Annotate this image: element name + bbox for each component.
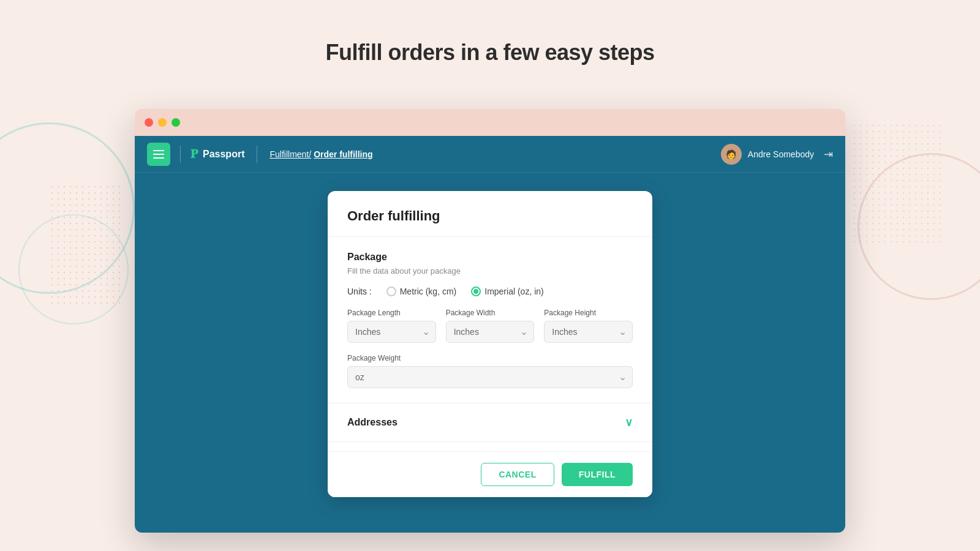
modal-title: Order fulfilling xyxy=(347,208,633,224)
modal-body[interactable]: Package Fill the data about your package… xyxy=(328,237,652,451)
package-height-group: Package Height Inches Centimeters Feet xyxy=(544,309,633,343)
package-section-title: Package xyxy=(347,252,633,263)
units-row: Units : Metric (kg, cm) Imperial (oz, in… xyxy=(347,287,633,296)
browser-window: 𝐏 Passport Fulfillment/ Order fulfilling… xyxy=(135,109,845,533)
traffic-light-yellow[interactable] xyxy=(158,118,167,127)
radio-metric-circle xyxy=(386,287,396,296)
package-height-label: Package Height xyxy=(544,309,633,317)
nav-divider xyxy=(180,146,181,163)
radio-imperial-label: Imperial (oz, in) xyxy=(484,287,543,296)
package-length-label: Package Length xyxy=(347,309,436,317)
package-width-label: Package Width xyxy=(446,309,535,317)
addresses-section-title: Addresses xyxy=(347,417,398,428)
package-section: Package Fill the data about your package… xyxy=(328,237,652,403)
fulfill-button[interactable]: FULFILL xyxy=(562,463,633,486)
traffic-light-red[interactable] xyxy=(145,118,153,127)
bg-dots-left xyxy=(49,184,123,306)
package-length-select-wrapper: Inches Centimeters Feet xyxy=(347,321,436,343)
logout-icon[interactable]: ⇥ xyxy=(824,148,833,161)
package-weight-select[interactable]: oz lbs kg g xyxy=(347,366,633,388)
package-weight-label: Package Weight xyxy=(347,354,633,362)
package-length-group: Package Length Inches Centimeters Feet xyxy=(347,309,436,343)
user-area: 🧑 Andre Somebody ⇥ xyxy=(721,144,833,165)
package-height-select[interactable]: Inches Centimeters Feet xyxy=(544,321,633,343)
brand-icon: 𝐏 xyxy=(190,147,198,161)
package-section-subtitle: Fill the data about your package xyxy=(347,266,633,276)
units-label: Units : xyxy=(347,287,372,296)
user-name: Andre Somebody xyxy=(748,149,814,159)
addresses-chevron-icon: ∨ xyxy=(625,416,633,429)
top-nav: 𝐏 Passport Fulfillment/ Order fulfilling… xyxy=(135,136,845,173)
radio-metric[interactable]: Metric (kg, cm) xyxy=(386,287,457,296)
bg-dots-right xyxy=(851,122,943,245)
package-dimensions-row: Package Length Inches Centimeters Feet xyxy=(347,309,633,343)
main-content: Order fulfilling Package Fill the data a… xyxy=(135,173,845,533)
package-weight-select-wrapper: oz lbs kg g xyxy=(347,366,633,388)
modal-footer: CANCEL FULFILL xyxy=(328,451,652,497)
page-title: Fulfill orders in a few easy steps xyxy=(0,0,980,90)
hamburger-button[interactable] xyxy=(147,143,170,166)
app-area: 𝐏 Passport Fulfillment/ Order fulfilling… xyxy=(135,136,845,533)
radio-metric-label: Metric (kg, cm) xyxy=(400,287,457,296)
nav-divider2 xyxy=(257,146,257,163)
radio-imperial[interactable]: Imperial (oz, in) xyxy=(471,287,543,296)
hamburger-icon xyxy=(153,150,164,159)
items-section[interactable]: Items ∨ xyxy=(328,442,652,451)
breadcrumb: Fulfillment/ Order fulfilling xyxy=(270,149,372,159)
traffic-light-green[interactable] xyxy=(172,118,180,127)
package-height-select-wrapper: Inches Centimeters Feet xyxy=(544,321,633,343)
package-width-select[interactable]: Inches Centimeters Feet xyxy=(446,321,535,343)
breadcrumb-parent[interactable]: Fulfillment/ xyxy=(270,149,311,159)
addresses-section[interactable]: Addresses ∨ xyxy=(328,403,652,442)
modal-card: Order fulfilling Package Fill the data a… xyxy=(328,191,652,497)
package-length-select[interactable]: Inches Centimeters Feet xyxy=(347,321,436,343)
radio-imperial-circle xyxy=(471,287,481,296)
package-width-select-wrapper: Inches Centimeters Feet xyxy=(446,321,535,343)
package-width-group: Package Width Inches Centimeters Feet xyxy=(446,309,535,343)
breadcrumb-current[interactable]: Order fulfilling xyxy=(314,149,372,159)
avatar: 🧑 xyxy=(721,144,742,165)
modal-header: Order fulfilling xyxy=(328,191,652,237)
package-weight-group: Package Weight oz lbs kg g xyxy=(347,354,633,388)
browser-titlebar xyxy=(135,109,845,136)
brand: 𝐏 Passport xyxy=(190,147,244,161)
cancel-button[interactable]: CANCEL xyxy=(481,463,554,486)
brand-name: Passport xyxy=(203,149,244,160)
